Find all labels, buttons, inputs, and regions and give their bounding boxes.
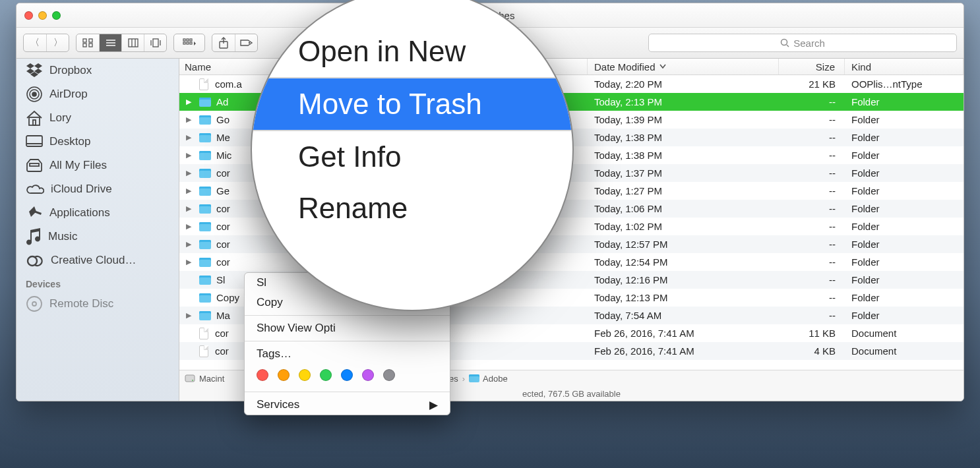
tag-gray[interactable] (383, 369, 395, 381)
svg-line-23 (787, 45, 789, 47)
tag-orange[interactable] (278, 369, 290, 381)
folder-icon (199, 276, 211, 285)
file-size: -- (779, 274, 845, 285)
creativecloud-icon (26, 254, 44, 267)
sidebar-item-music[interactable]: Music (16, 225, 179, 249)
tag-red[interactable] (257, 369, 268, 381)
sidebar-item-label: Dropbox (49, 64, 92, 77)
document-icon (199, 345, 208, 357)
menu-item-show-view-options[interactable]: Show View Opti (245, 318, 450, 338)
disclosure-triangle-icon[interactable]: ▶ (183, 133, 194, 142)
nav-buttons: 〈 〉 (23, 34, 69, 52)
sidebar-item-applications[interactable]: Applications (16, 201, 179, 225)
disclosure-triangle-icon[interactable]: ▶ (183, 115, 194, 124)
sidebar-devices-header: Devices (16, 272, 179, 292)
menu-item-services[interactable]: Services ▶ (245, 395, 450, 415)
file-date: Today, 1:06 PM (588, 203, 779, 214)
tag-purple[interactable] (362, 369, 374, 381)
disclosure-triangle-icon[interactable]: ▶ (183, 169, 194, 177)
disclosure-triangle-icon[interactable]: ▶ (183, 240, 194, 249)
file-date: Today, 12:16 PM (588, 274, 779, 285)
disclosure-triangle-icon[interactable]: ▶ (183, 311, 194, 320)
music-icon (26, 228, 42, 245)
svg-rect-16 (183, 42, 185, 44)
tag-colors-row (245, 364, 450, 389)
view-coverflow-button[interactable] (144, 34, 166, 51)
svg-rect-3 (89, 44, 92, 47)
tag-blue[interactable] (341, 369, 353, 381)
folder-icon (199, 98, 211, 107)
file-date: Feb 26, 2016, 7:41 AM (588, 328, 779, 339)
sidebar-item-label: Remote Disc (49, 297, 113, 310)
tags-button[interactable] (235, 34, 257, 51)
file-size: 4 KB (779, 345, 845, 357)
disclosure-triangle-icon[interactable]: ▶ (183, 151, 194, 160)
file-kind: Folder (845, 292, 964, 303)
disclosure-triangle-icon[interactable]: ▶ (183, 204, 194, 213)
chevron-down-icon (659, 64, 666, 69)
sidebar-item-iclouddrive[interactable]: iCloud Drive (16, 177, 179, 201)
file-size: -- (779, 256, 845, 268)
file-kind: Folder (845, 239, 964, 250)
svg-rect-13 (183, 39, 185, 41)
sidebar-item-dropbox[interactable]: Dropbox (16, 59, 179, 82)
svg-point-22 (781, 40, 787, 45)
file-kind: Folder (845, 167, 964, 179)
col-kind[interactable]: Kind (845, 59, 964, 74)
folder-icon (469, 374, 479, 382)
tag-green[interactable] (320, 369, 332, 381)
file-date: Today, 1:27 PM (588, 185, 779, 196)
path-segment[interactable]: Macint (199, 374, 224, 384)
folder-icon (199, 258, 211, 267)
file-size: -- (779, 221, 845, 232)
folder-icon (199, 169, 211, 178)
col-date[interactable]: Date Modified (588, 59, 779, 74)
sidebar-item-label: Applications (49, 206, 110, 219)
sidebar-item-creativecloud[interactable]: Creative Cloud… (16, 249, 179, 272)
cloud-icon (26, 183, 44, 196)
magnified-item: Get Info (252, 131, 572, 183)
view-list-button[interactable] (99, 34, 121, 51)
tag-yellow[interactable] (299, 369, 311, 381)
disclosure-triangle-icon[interactable]: ▶ (183, 98, 194, 106)
folder-icon (199, 222, 211, 231)
view-columns-button[interactable] (121, 34, 144, 51)
file-date: Feb 26, 2016, 7:41 AM (588, 345, 779, 357)
disclosure-triangle-icon[interactable]: ▶ (183, 258, 194, 266)
svg-rect-32 (29, 117, 40, 125)
file-date: Today, 7:54 AM (588, 310, 779, 321)
home-icon (26, 110, 43, 126)
arrange-button[interactable] (174, 34, 204, 51)
view-icons-button[interactable] (77, 34, 99, 51)
disclosure-triangle-icon[interactable]: ▶ (183, 187, 194, 195)
file-size: -- (779, 292, 845, 303)
folder-icon (199, 133, 211, 142)
share-button[interactable] (212, 34, 235, 51)
svg-point-21 (248, 42, 249, 44)
sidebar-item-airdrop[interactable]: AirDrop (16, 82, 179, 106)
search-field[interactable]: Search (648, 34, 957, 52)
svg-rect-0 (83, 39, 86, 42)
path-separator: › (462, 374, 465, 384)
sidebar-item-desktop[interactable]: Desktop (16, 130, 179, 154)
file-size: -- (779, 203, 845, 214)
menu-item-tags[interactable]: Tags… (245, 344, 450, 364)
disc-icon (26, 295, 43, 312)
sidebar-item-home[interactable]: Lory (16, 106, 179, 130)
back-button[interactable]: 〈 (24, 34, 46, 51)
svg-rect-36 (30, 163, 39, 166)
sidebar-item-label: Lory (49, 111, 71, 125)
folder-icon (199, 187, 211, 196)
disclosure-triangle-icon[interactable]: ▶ (183, 222, 194, 231)
col-size[interactable]: Size (779, 59, 845, 74)
forward-button[interactable]: 〉 (46, 34, 69, 51)
svg-rect-38 (34, 210, 42, 215)
path-segment[interactable]: Adobe (469, 374, 508, 384)
menu-separator (245, 315, 450, 316)
sidebar-item-remotedisc[interactable]: Remote Disc (16, 292, 179, 316)
alldocs-icon (26, 158, 43, 173)
sidebar-item-allmyfiles[interactable]: All My Files (16, 154, 179, 177)
view-buttons (76, 34, 167, 52)
sidebar-item-label: AirDrop (49, 88, 88, 101)
sidebar-item-label: Desktop (49, 135, 90, 148)
